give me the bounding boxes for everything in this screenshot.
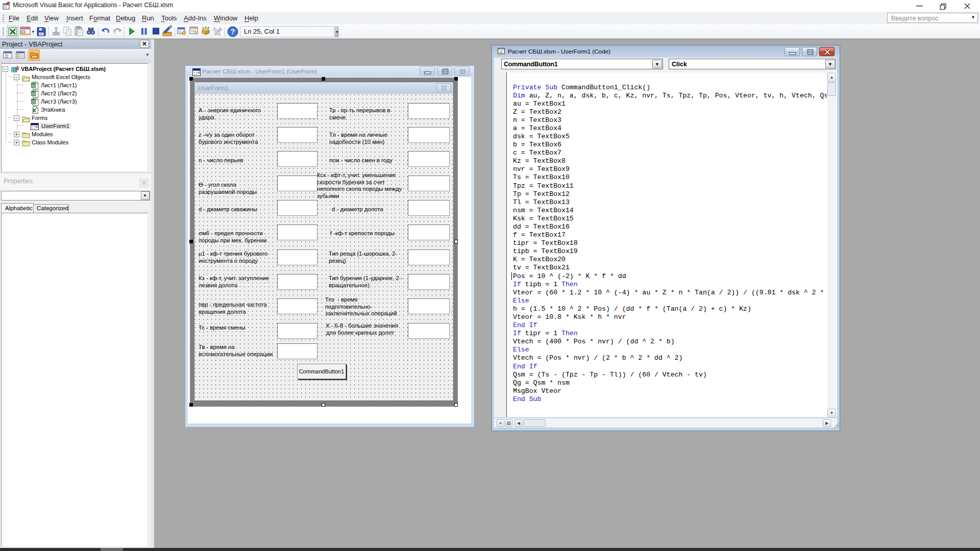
svg-text:?: ?	[231, 28, 235, 36]
